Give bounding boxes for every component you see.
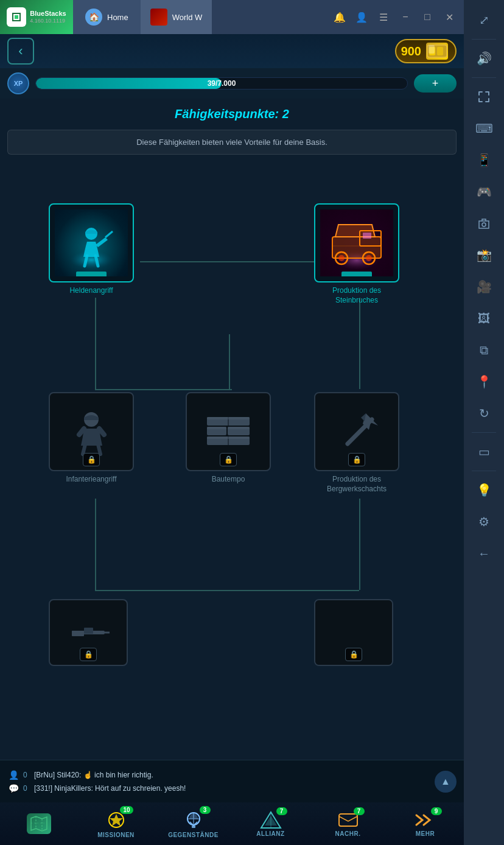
alliance-label: ALLIANZ xyxy=(256,830,284,837)
svg-rect-14 xyxy=(363,233,371,239)
rotate-icon[interactable]: ↻ xyxy=(469,398,499,429)
right-sidebar: ⤢ 🔊 ⌨ 📱 🎮 📸 🎥 🖼 ⧉ 📍 ↻ ▭ 💡 ⚙ ← xyxy=(464,0,504,845)
menu-button[interactable]: ☰ xyxy=(374,7,393,27)
notification-button[interactable]: 🔔 xyxy=(330,7,349,27)
nav-item-items[interactable]: 3 GEGENSTÄNDE xyxy=(155,802,232,845)
nav-item-map[interactable] xyxy=(0,802,77,845)
skill-build-speed[interactable]: 🔒 Bautempo xyxy=(186,392,271,485)
back-icon[interactable]: ← xyxy=(469,538,499,569)
nav-item-messages[interactable]: 7 NACHR. xyxy=(309,802,387,845)
skill-box-mine[interactable]: 🔒 xyxy=(314,392,399,471)
quarry-skill-icon xyxy=(320,209,393,276)
game-top-bar: ‹ 900 xyxy=(0,34,464,68)
svg-rect-33 xyxy=(72,631,84,636)
maximize-button[interactable]: □ xyxy=(418,7,437,27)
svg-rect-30 xyxy=(207,417,250,419)
skill-points-title: Fähigkeitspunkte: 2 xyxy=(175,107,289,121)
gold-icon xyxy=(426,43,448,60)
connector-v-center xyxy=(229,334,230,389)
chat-count-1: 0 xyxy=(23,771,30,779)
connector-h-top xyxy=(140,261,323,262)
tab-game-label: World W xyxy=(172,13,203,22)
chat-line-1: 👤 0 [BrNu] Stil420: ☝ ich bin hier richt… xyxy=(7,769,457,781)
record-icon[interactable]: 🎥 xyxy=(469,272,499,302)
skill-mine-production[interactable]: 🔒 Produktion des Bergwerkschachts xyxy=(314,392,399,494)
skill-box-bottom-right[interactable]: 🔒 xyxy=(314,599,393,666)
settings-icon[interactable]: ⚙ xyxy=(469,507,499,537)
svg-rect-39 xyxy=(192,826,195,828)
keyboard-icon[interactable]: ⌨ xyxy=(469,113,499,144)
info-text: Diese Fähigkeiten bieten viele Vorteile … xyxy=(136,138,327,147)
title-controls: 🔔 👤 ☰ − □ ✕ xyxy=(330,7,464,27)
nav-item-alliance[interactable]: 7 ALLIANZ xyxy=(232,802,309,845)
lock-badge-infantry: 🔒 xyxy=(83,453,100,466)
app-name: BlueStacks xyxy=(30,10,66,18)
svg-rect-29 xyxy=(228,427,250,429)
skill-bottom-right[interactable]: 🔒 xyxy=(314,599,393,666)
gold-display: 900 xyxy=(395,39,457,63)
skill-box-quarry[interactable] xyxy=(314,203,399,282)
svg-rect-28 xyxy=(207,427,226,429)
xp-icon: XP xyxy=(7,72,29,94)
xp-text: 39/7.000 xyxy=(208,79,236,88)
map-icon xyxy=(27,813,51,834)
missions-badge: 10 xyxy=(120,806,133,814)
device-icon[interactable]: 📱 xyxy=(469,145,499,175)
gallery-icon[interactable]: 🖼 xyxy=(469,303,499,334)
connector-h-bottom xyxy=(95,590,359,591)
brightness-icon[interactable]: 💡 xyxy=(469,475,499,505)
nav-item-more[interactable]: 9 MEHR xyxy=(387,802,464,845)
connector-v-infantry xyxy=(95,499,96,590)
tab-game[interactable]: World W xyxy=(141,0,212,34)
gamepad-icon[interactable]: 🎮 xyxy=(469,177,499,207)
nav-item-missions[interactable]: 10 MISSIONEN xyxy=(77,802,155,845)
game-area: ‹ 900 XP 39/7.000 + Fähigkeitspunkte xyxy=(0,34,464,845)
skill-box-bottom-left[interactable]: 🔒 xyxy=(49,599,128,666)
profile-button[interactable]: 👤 xyxy=(352,7,371,27)
app-version: 4.160.10.1119 xyxy=(30,18,66,24)
more-icon-wrap: 9 xyxy=(414,811,437,829)
bottom-nav: 10 MISSIONEN 3 GEGENSTÄNDE xyxy=(0,802,464,845)
hero-skill-icon xyxy=(55,209,128,276)
skill-quarry-production[interactable]: Produktion des Steinbruches xyxy=(314,203,399,305)
messages-label: NACHR. xyxy=(335,830,361,837)
skill-points-header: Fähigkeitspunkte: 2 xyxy=(0,99,464,130)
tab-home[interactable]: 🏠 Home xyxy=(73,0,141,34)
mine-production-label: Produktion des Bergwerkschachts xyxy=(314,475,399,494)
alliance-icon-wrap: 7 xyxy=(259,811,282,829)
svg-point-16 xyxy=(338,255,345,261)
quarry-production-label: Produktion des Steinbruches xyxy=(314,286,399,305)
home-icon: 🏠 xyxy=(85,9,102,26)
expand-icon[interactable]: ⤢ xyxy=(469,5,499,35)
fullscreen-icon[interactable] xyxy=(469,82,499,112)
close-button[interactable]: ✕ xyxy=(439,7,459,27)
xp-label: XP xyxy=(14,80,23,87)
skill-infantry-attack[interactable]: 🔒 Infanterieangriff xyxy=(49,392,134,485)
info-bar: Diese Fähigkeiten bieten viele Vorteile … xyxy=(7,130,457,155)
skill-hero-attack[interactable]: Heldenangriff xyxy=(49,203,134,296)
chat-text-1: [BrNu] Stil420: ☝ ich bin hier richtig. xyxy=(34,771,153,779)
back-button[interactable]: ‹ xyxy=(7,38,34,65)
chat-bar: 👤 0 [BrNu] Stil420: ☝ ich bin hier richt… xyxy=(0,760,464,802)
hero-attack-label: Heldenangriff xyxy=(69,286,113,296)
chat-scroll-button[interactable]: ▲ xyxy=(435,771,457,793)
skill-box-hero[interactable] xyxy=(49,203,134,282)
sound-icon[interactable]: 🔊 xyxy=(469,43,499,74)
skill-bottom-left[interactable]: 🔒 xyxy=(49,599,128,666)
photo-icon[interactable]: 📸 xyxy=(469,240,499,270)
location-icon[interactable]: 📍 xyxy=(469,366,499,397)
chat-line-2: 💬 0 [331!] NinjaKillers: Hört auf zu sch… xyxy=(7,782,457,794)
xp-bar-fill xyxy=(36,78,222,89)
layers-icon[interactable]: ⧉ xyxy=(469,335,499,365)
tablet-icon[interactable]: ▭ xyxy=(469,437,499,467)
chat-bubble-icon: 💬 xyxy=(7,782,19,794)
skill-box-build[interactable]: 🔒 xyxy=(186,392,271,471)
camera-switch-icon[interactable] xyxy=(469,208,499,239)
bluestacks-logo: BlueStacks 4.160.10.1119 xyxy=(0,0,73,34)
skill-tree: Heldenangriff xyxy=(0,161,464,660)
lock-badge-bottom-right: 🔒 xyxy=(345,648,362,661)
gold-amount: 900 xyxy=(401,44,421,58)
skill-box-infantry[interactable]: 🔒 xyxy=(49,392,134,471)
xp-plus-button[interactable]: + xyxy=(414,74,457,93)
minimize-button[interactable]: − xyxy=(396,7,415,27)
